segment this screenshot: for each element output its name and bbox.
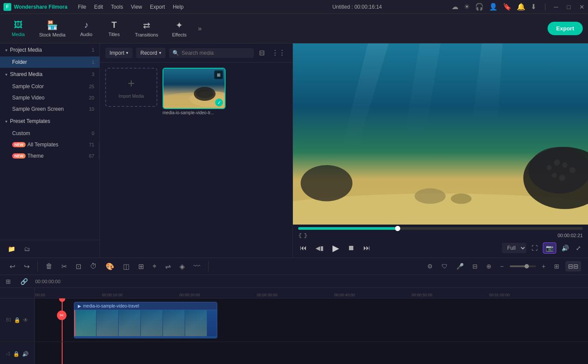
media-item-0: ⊞ ✓ media-io-sample-video-tr... bbox=[163, 68, 226, 115]
sun-icon[interactable]: ☀ bbox=[464, 3, 470, 11]
minus-icon[interactable]: − bbox=[498, 261, 506, 271]
video-lock-button[interactable]: 🔒 bbox=[14, 317, 20, 323]
thumb-edit-icon[interactable]: ⊞ bbox=[214, 70, 223, 79]
import-button[interactable]: Import ▾ bbox=[105, 48, 133, 58]
plus-icon[interactable]: + bbox=[539, 261, 548, 271]
out-point-icon[interactable]: ⦄ bbox=[304, 232, 308, 238]
minimize-button[interactable]: ─ bbox=[554, 3, 558, 10]
sidebar-item-sample-green[interactable]: Sample Green Screen 10 bbox=[0, 103, 100, 115]
bell-icon[interactable]: 🔔 bbox=[517, 3, 525, 11]
playhead[interactable] bbox=[62, 298, 63, 341]
video-clip[interactable]: ▶ media-io-sample-video-travel bbox=[74, 302, 217, 338]
undo-button[interactable]: ↩ bbox=[7, 261, 18, 272]
search-input[interactable] bbox=[182, 50, 250, 56]
frame-back-button[interactable]: ◀▮ bbox=[314, 243, 326, 253]
folder-button[interactable]: 🗂 bbox=[21, 244, 33, 254]
media-thumbnail[interactable]: ⊞ ✓ bbox=[163, 68, 226, 109]
import-media-placeholder[interactable]: + Import Media bbox=[105, 68, 157, 107]
tab-titles[interactable]: T Titles bbox=[101, 17, 127, 40]
filter-button[interactable]: ⊟ bbox=[257, 47, 266, 59]
add-folder-button[interactable]: 📁 bbox=[5, 244, 18, 254]
sidebar-item-custom[interactable]: Custom 0 bbox=[0, 128, 100, 139]
ruler-labels: 00:00:00:00 00:00:10:00 00:00:20:00 00:0… bbox=[35, 288, 588, 298]
snapshot-button[interactable]: 📷 bbox=[543, 242, 556, 254]
thumb-selected-check: ✓ bbox=[215, 99, 223, 106]
project-media-section[interactable]: Project Media 1 bbox=[0, 43, 100, 56]
clip-frame-3 bbox=[119, 310, 140, 336]
subtitle-button[interactable]: ⊕ bbox=[484, 261, 494, 271]
ripple-button[interactable]: ⇌ bbox=[163, 261, 173, 272]
delete-button[interactable]: 🗑 bbox=[43, 261, 55, 272]
audio-lock-button[interactable]: 🔒 bbox=[13, 351, 20, 357]
mic-button[interactable]: 🎤 bbox=[454, 261, 466, 271]
cut-button[interactable]: ✂ bbox=[59, 261, 70, 272]
menu-file[interactable]: File bbox=[74, 2, 90, 12]
expand-toolbar-button[interactable]: » bbox=[194, 23, 205, 34]
redo-button[interactable]: ↪ bbox=[21, 261, 32, 272]
speed-button[interactable]: ⏱ bbox=[87, 261, 100, 272]
zoom-slider[interactable] bbox=[510, 265, 536, 267]
more-options-button[interactable]: ⋮⋮ bbox=[270, 47, 287, 59]
timeline-link-button[interactable]: 🔗 bbox=[18, 277, 30, 286]
timeline-add-button[interactable]: ⊞ bbox=[3, 277, 13, 286]
sidebar-item-theme[interactable]: NEW Theme 67 bbox=[0, 150, 100, 162]
timeline-collapse-button[interactable]: ⊟⊟ bbox=[565, 261, 581, 271]
play-controls: ⏮ ◀▮ ▶ ⏹ ⏭ bbox=[298, 241, 372, 255]
progress-thumb[interactable] bbox=[395, 226, 400, 231]
motion-track-button[interactable]: ◈ bbox=[177, 261, 187, 272]
expand-preview-icon[interactable]: ⤢ bbox=[574, 243, 583, 253]
shared-media-section[interactable]: Shared Media 3 bbox=[0, 68, 100, 81]
maximize-button[interactable]: □ bbox=[567, 3, 571, 10]
menu-edit[interactable]: Edit bbox=[90, 2, 106, 12]
record-button[interactable]: Record ▾ bbox=[136, 48, 166, 58]
headphone-icon[interactable]: 🎧 bbox=[475, 3, 484, 11]
in-point-icon[interactable]: ⦃ bbox=[298, 232, 302, 238]
menu-export[interactable]: Export bbox=[146, 2, 169, 12]
tab-effects[interactable]: ✦ Effects bbox=[166, 17, 193, 40]
menu-tools[interactable]: Tools bbox=[107, 2, 126, 12]
stabilize-button[interactable]: ⌖ bbox=[150, 261, 159, 272]
export-button[interactable]: Export bbox=[548, 22, 583, 35]
sidebar-item-sample-color[interactable]: Sample Color 25 bbox=[0, 81, 100, 92]
crop-button[interactable]: ⊡ bbox=[73, 261, 84, 272]
sep-1 bbox=[37, 261, 38, 271]
menu-help[interactable]: Help bbox=[169, 2, 187, 12]
tab-audio[interactable]: ♪ Audio bbox=[73, 17, 100, 40]
logo-icon: F bbox=[3, 3, 11, 11]
shield-button[interactable]: 🛡 bbox=[439, 261, 450, 271]
audio-adjust-button[interactable]: 〰 bbox=[191, 261, 203, 272]
tab-transitions[interactable]: ⇄ Transitions bbox=[129, 17, 164, 40]
color-button[interactable]: 🎨 bbox=[103, 261, 117, 272]
tab-media[interactable]: 🖼 Media bbox=[5, 17, 31, 40]
audio-mute-button[interactable]: 🔊 bbox=[22, 351, 29, 357]
sample-video-count: 20 bbox=[89, 95, 94, 100]
tab-stock-media[interactable]: 🏪 Stock Media bbox=[33, 17, 72, 40]
download-icon[interactable]: ⬇ bbox=[531, 3, 536, 11]
video-visibility-button[interactable]: 👁 bbox=[23, 317, 28, 323]
settings-button[interactable]: ⚙ bbox=[425, 261, 435, 271]
split-button[interactable]: ⊟ bbox=[470, 261, 480, 271]
play-button[interactable]: ▶ bbox=[331, 241, 341, 255]
collapse-sidebar-button[interactable]: ◀ bbox=[99, 142, 100, 159]
shared-media-collapse-icon bbox=[5, 72, 7, 77]
progress-bar[interactable] bbox=[298, 227, 583, 230]
sidebar-item-sample-video[interactable]: Sample Video 20 bbox=[0, 92, 100, 103]
skip-fwd-button[interactable]: ⏭ bbox=[362, 242, 372, 254]
bookmark-icon[interactable]: 🔖 bbox=[503, 3, 512, 11]
stop-button[interactable]: ⏹ bbox=[346, 242, 356, 254]
menu-view[interactable]: View bbox=[127, 2, 146, 12]
cloud-icon[interactable]: ☁ bbox=[452, 3, 458, 11]
match-button[interactable]: ⊞ bbox=[136, 261, 146, 272]
fullscreen-icon[interactable]: ⛶ bbox=[530, 243, 539, 253]
sidebar-item-all-templates[interactable]: NEW All Templates 71 bbox=[0, 139, 100, 150]
user-icon[interactable]: 👤 bbox=[489, 3, 498, 11]
progress-bar-fill bbox=[298, 227, 398, 230]
preset-templates-section[interactable]: Preset Templates bbox=[0, 115, 100, 128]
skip-back-button[interactable]: ⏮ bbox=[298, 242, 309, 254]
transform-button[interactable]: ◫ bbox=[120, 261, 132, 272]
volume-icon[interactable]: 🔊 bbox=[560, 243, 571, 253]
close-button[interactable]: ✕ bbox=[579, 3, 585, 10]
sidebar-item-folder[interactable]: Folder 1 bbox=[0, 56, 100, 68]
add-track-button[interactable]: ⊞ bbox=[551, 261, 562, 271]
quality-select[interactable]: Full bbox=[502, 243, 526, 253]
